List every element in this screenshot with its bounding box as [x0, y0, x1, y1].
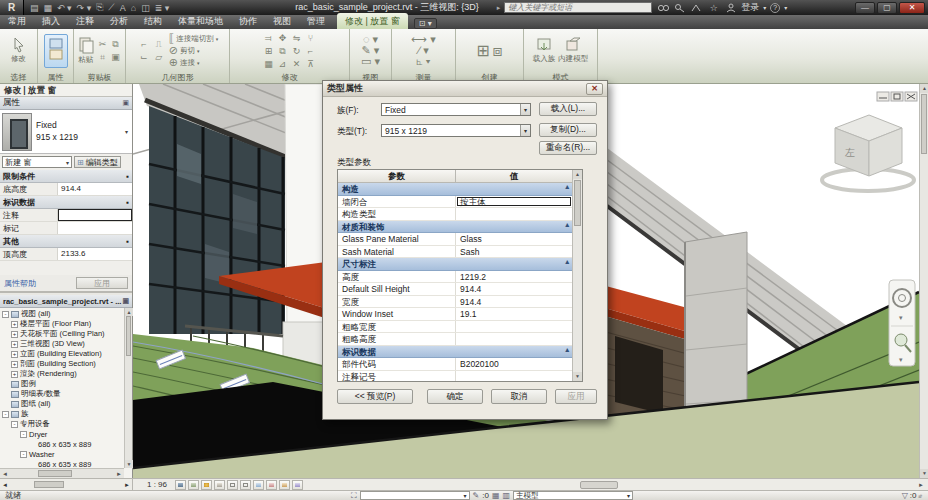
tree-expander-icon[interactable]: -: [11, 421, 18, 428]
group-expander-icon[interactable]: ▪: [126, 172, 129, 181]
trim-icon[interactable]: ⌐: [304, 45, 317, 57]
scroll-left-icon[interactable]: ◄: [0, 471, 10, 477]
param-group-expander-icon[interactable]: ▴: [562, 258, 572, 270]
new-element-combo[interactable]: 新建 窗▾: [2, 156, 72, 168]
canvas-vscrollbar[interactable]: ▲ ▼: [919, 84, 928, 478]
param-value[interactable]: [456, 333, 572, 345]
move-icon[interactable]: ✥: [276, 32, 289, 44]
edit-type-button[interactable]: ⊞ 编辑类型: [74, 156, 121, 168]
paste-button[interactable]: 粘贴: [78, 36, 94, 65]
properties-button[interactable]: [44, 34, 68, 68]
split-icon[interactable]: ⑂: [304, 32, 317, 44]
tree-item[interactable]: +立面 (Building Elevation): [0, 349, 124, 359]
load-button[interactable]: 载入(L)...: [539, 102, 597, 116]
detail-level-icon[interactable]: [175, 480, 186, 490]
dialog-title-bar[interactable]: 类型属性 ✕: [323, 81, 607, 97]
tree-expander-icon[interactable]: -: [2, 411, 9, 418]
vb-left-arrow-icon[interactable]: ◄: [2, 482, 8, 488]
tree-item[interactable]: +天花板平面 (Ceiling Plan): [0, 329, 124, 339]
group-expander-icon[interactable]: ▪: [126, 198, 129, 207]
tree-item[interactable]: +楼层平面 (Floor Plan): [0, 319, 124, 329]
save-icon[interactable]: ▦: [44, 3, 53, 13]
tree-item[interactable]: -Dryer: [0, 429, 124, 439]
cope-cut-item[interactable]: ⟦连接端切割▾: [169, 33, 218, 44]
vb-canvas-right-arrow-icon[interactable]: ►: [918, 482, 928, 488]
tree-expander-icon[interactable]: -: [2, 311, 9, 318]
duplicate-button[interactable]: 复制(D)...: [539, 123, 597, 137]
param-value[interactable]: 1219.2: [456, 271, 572, 283]
tab-4[interactable]: 结构: [136, 13, 170, 29]
worksharing-display-icon[interactable]: [292, 480, 303, 490]
preview-button[interactable]: << 预览(P): [337, 389, 413, 404]
offset2-icon[interactable]: ⊞: [262, 45, 275, 57]
tree-expander-icon[interactable]: +: [11, 321, 18, 328]
tree-item[interactable]: -族: [0, 409, 124, 419]
browser-bottom-scrollbar[interactable]: ◄ ►: [0, 479, 133, 490]
param-group-row[interactable]: 材质和装饰▴: [338, 221, 572, 234]
vb-right-arrow-icon[interactable]: ►: [124, 482, 130, 488]
print-icon[interactable]: ⎘: [96, 2, 103, 13]
3d-view-icon[interactable]: ⌂: [131, 3, 136, 13]
tree-item[interactable]: +686 x 635 x 889: [0, 439, 124, 449]
tree-item[interactable]: +三维视图 (3D View): [0, 339, 124, 349]
tree-expander-icon[interactable]: +: [11, 331, 18, 338]
favorites-star-icon[interactable]: ☆: [707, 2, 720, 13]
param-value[interactable]: 19.1: [456, 308, 572, 320]
param-value[interactable]: [456, 208, 572, 220]
signin-dropdown-icon[interactable]: ▾: [763, 4, 766, 11]
minimize-button[interactable]: —: [855, 2, 875, 14]
tree-item[interactable]: +剖面 (Building Section): [0, 359, 124, 369]
scroll-up-icon[interactable]: ▲: [125, 308, 133, 316]
pin-icon[interactable]: ⊼: [304, 58, 317, 70]
angle-dim-icon[interactable]: ⦜ ▾: [417, 56, 431, 67]
rename-button[interactable]: 重命名(R)...: [539, 141, 597, 155]
param-value[interactable]: [456, 321, 572, 333]
help-dropdown-icon[interactable]: ▾: [784, 4, 787, 11]
tab-6[interactable]: 协作: [231, 13, 265, 29]
param-group-expander-icon[interactable]: ▴: [562, 221, 572, 233]
search-icon[interactable]: [656, 2, 669, 13]
tree-item[interactable]: +686 x 635 x 889: [0, 459, 124, 468]
tab-8[interactable]: 管理: [299, 13, 333, 29]
param-value[interactable]: 按主体: [456, 196, 572, 208]
array-icon[interactable]: ▦: [262, 58, 275, 70]
tab-3[interactable]: 分析: [102, 13, 136, 29]
thin-lines-icon[interactable]: ≣ ▾: [155, 3, 170, 13]
redo-icon[interactable]: ↷ ▾: [77, 3, 92, 13]
panel-label-clipboard[interactable]: 剪贴板: [74, 72, 125, 83]
tree-expander-icon[interactable]: -: [20, 451, 27, 458]
panel-label-geometry[interactable]: 几何图形: [126, 72, 229, 83]
measure-icon[interactable]: ⟋: [108, 2, 114, 13]
ribbon-options-dropdown[interactable]: ⊡ ▾: [414, 18, 437, 29]
undo-icon[interactable]: ↶ ▾: [57, 3, 72, 13]
tree-expander-icon[interactable]: +: [11, 351, 18, 358]
cope-icon[interactable]: ⌐: [137, 38, 151, 50]
modify-tool-button[interactable]: 修改: [11, 37, 26, 64]
param-group-expander-icon[interactable]: ▴: [562, 346, 572, 358]
copy2-icon[interactable]: ⧉: [276, 45, 289, 57]
design-option-combo[interactable]: 主模型▾: [513, 491, 633, 500]
load-family-button[interactable]: 载入族: [533, 37, 556, 64]
workset-combo[interactable]: ▾: [360, 491, 470, 500]
canvas-hscroll-thumb[interactable]: [580, 481, 618, 489]
table-vscrollbar[interactable]: ▲ ▼: [572, 170, 582, 381]
reveal-hidden-icon[interactable]: [279, 480, 290, 490]
help-icon[interactable]: ?: [770, 3, 780, 13]
tree-item[interactable]: -视图 (all): [0, 309, 124, 319]
visual-style-icon[interactable]: [188, 480, 199, 490]
tree-item[interactable]: +图例: [0, 379, 124, 389]
param-value[interactable]: Sash: [456, 246, 572, 258]
param-value[interactable]: [456, 371, 572, 382]
prop-value[interactable]: 2133.6: [58, 248, 132, 260]
tree-item[interactable]: -专用设备: [0, 419, 124, 429]
palette-pin-icon[interactable]: ▣: [122, 99, 129, 107]
prop-value[interactable]: 914.4: [58, 183, 132, 195]
wall-join-icon[interactable]: ⌙: [137, 51, 151, 63]
tree-item[interactable]: +图纸 (all): [0, 399, 124, 409]
cut-icon[interactable]: ✂: [97, 38, 109, 50]
tree-expander-icon[interactable]: -: [20, 431, 27, 438]
text-icon[interactable]: A: [120, 3, 126, 13]
filter-icon[interactable]: ▽: [902, 492, 908, 500]
tree-item[interactable]: +明细表/数量: [0, 389, 124, 399]
rotate-icon[interactable]: ↻: [290, 45, 303, 57]
